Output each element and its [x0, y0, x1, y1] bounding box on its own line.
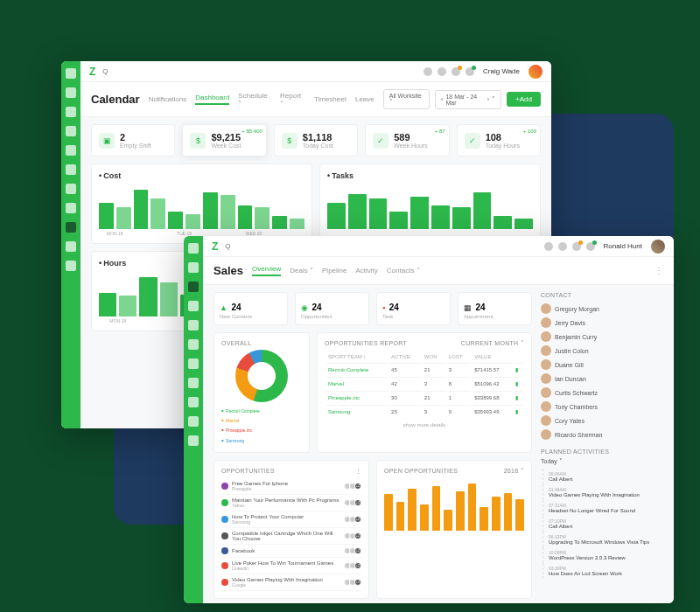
table-row[interactable]: Marvel4238$51096.42▮	[326, 377, 522, 389]
tab-timesheet[interactable]: Timesheet	[314, 95, 346, 103]
more-icon[interactable]: ⋮	[355, 468, 361, 475]
avatar[interactable]	[528, 65, 542, 79]
contact-item[interactable]: Gregory Morgan	[541, 302, 663, 316]
page-title: Sales	[214, 264, 243, 277]
contact-item[interactable]: Cory Yates	[541, 414, 663, 428]
sidebar-nav-icon[interactable]	[188, 320, 199, 330]
activity-item[interactable]: 06:12PMUpgrading To Microsoft Windows Vi…	[542, 532, 663, 547]
table-row[interactable]: Samsung2539$35993.49▮	[326, 405, 522, 417]
sidebar-nav-icon[interactable]	[66, 68, 76, 79]
chevron-left-icon[interactable]: ‹	[441, 96, 443, 102]
contact-item[interactable]: Justin Colon	[541, 344, 663, 358]
search-input[interactable]	[225, 242, 543, 250]
kpi-label: Week Hours	[394, 143, 427, 149]
notification-icon[interactable]	[452, 67, 460, 76]
kpi-value: 24	[475, 303, 485, 312]
help-icon[interactable]	[424, 67, 432, 76]
table-row[interactable]: Pineapple.inc30211$33899.68▮	[326, 391, 522, 403]
kpi-new-contacts: ▲ 24New Contacts	[214, 292, 288, 325]
gear-icon[interactable]	[66, 261, 76, 271]
contact-item[interactable]: Curtis Schwartz	[541, 386, 663, 400]
tab-report[interactable]: Report ˅	[280, 92, 305, 108]
avatar	[541, 401, 551, 412]
year-dropdown[interactable]: 2018 ˅	[504, 468, 524, 475]
gear-icon[interactable]	[188, 435, 199, 446]
avatar[interactable]	[651, 240, 665, 254]
list-item[interactable]: How To Protect Your ComputerSamsung+2	[221, 511, 361, 528]
sidebar-nav-icon[interactable]	[188, 378, 199, 388]
more-icon[interactable]: ⋮	[654, 266, 663, 275]
sidebar-nav-icon[interactable]	[188, 397, 199, 407]
list-item[interactable]: Free Games For IphonePineapple+2	[221, 478, 361, 495]
section-title: OVERALL	[221, 340, 302, 346]
mail-icon[interactable]	[438, 67, 446, 76]
kpi-appointment: ▦ 24Appointment	[458, 292, 532, 325]
section-title: OPPORTUNITIES REPORTCurrent Month ˅	[325, 340, 524, 347]
sales-rightcol: CONTACT Gregory MorganJerry DavisBenjami…	[541, 292, 663, 599]
tab-activity[interactable]: Activity	[355, 267, 377, 275]
add-button[interactable]: +Add	[507, 92, 541, 107]
activity-item[interactable]: 07:10PMCall Albert	[542, 516, 663, 532]
table-row[interactable]: Recruit Complete45213$71415.57▮	[326, 363, 522, 375]
today-dropdown[interactable]: Today ˅	[541, 458, 663, 465]
contact-item[interactable]: Jerry Davis	[541, 316, 663, 330]
sidebar-nav-icon[interactable]	[66, 87, 76, 98]
camera-icon: ▣	[99, 133, 115, 149]
list-item[interactable]: Maintain Your Performance With Pc Progra…	[221, 495, 361, 511]
contact-item[interactable]: Benjamin Curry	[541, 330, 663, 344]
activity-item[interactable]: 06:06AMCall Albert	[542, 469, 663, 484]
mail-icon[interactable]	[558, 242, 567, 251]
tab-dashboard[interactable]: Dashboard	[195, 94, 229, 105]
sidebar-nav-icon[interactable]	[188, 339, 199, 350]
activity-item[interactable]: 07:31AMHeadset No Longer Wired For Sound	[542, 500, 663, 516]
sidebar-nav-icon[interactable]	[188, 301, 199, 311]
activity-item[interactable]: 01:46AMVideo Games Playing With Imaginat…	[542, 484, 663, 500]
sidebar-nav-active-icon[interactable]	[66, 222, 76, 233]
tab-deals[interactable]: Deals ˅	[290, 267, 313, 275]
chevron-right-icon[interactable]: ›	[487, 96, 489, 102]
contact-item[interactable]: Duane Gill	[541, 358, 663, 372]
tab-leave[interactable]: Leave	[355, 95, 374, 103]
kpi-label: Today Hours	[486, 143, 520, 149]
sidebar-nav-icon[interactable]	[188, 358, 199, 369]
chat-icon[interactable]	[466, 67, 474, 76]
sidebar-nav-icon[interactable]	[188, 416, 199, 427]
list-item[interactable]: Live Poker How To Win Tournament GamesLi…	[221, 558, 361, 574]
activity-item[interactable]: 10:09PMWordPress Version 2.0.3 Review	[542, 547, 663, 563]
contact-item[interactable]: Tony Chambers	[541, 400, 663, 414]
dollar-icon: $	[190, 133, 206, 149]
sidebar-nav-icon[interactable]	[66, 145, 76, 156]
help-icon[interactable]	[544, 242, 553, 251]
tab-notifications[interactable]: Notifications	[149, 95, 187, 103]
contact-item[interactable]: Ian Duncan	[541, 372, 663, 386]
sidebar-nav-icon[interactable]	[66, 164, 76, 175]
tab-schedule[interactable]: Schedule ˅	[238, 92, 271, 108]
worksite-dropdown[interactable]: All Worksite ˅	[383, 89, 430, 109]
month-dropdown[interactable]: Current Month ˅	[461, 340, 524, 347]
search-input[interactable]	[102, 67, 424, 75]
sidebar-nav-icon[interactable]	[66, 203, 76, 213]
chevron-down-icon[interactable]: ˅	[492, 96, 495, 103]
sidebar-nav-icon[interactable]	[188, 243, 199, 254]
chat-icon[interactable]	[586, 242, 595, 251]
contact-item[interactable]: Ricardo Sherman	[541, 428, 663, 442]
sidebar-nav-active-icon[interactable]	[188, 282, 199, 292]
notification-icon[interactable]	[572, 242, 581, 251]
cost-chart	[99, 185, 304, 229]
sidebar-nav-icon[interactable]	[66, 107, 76, 117]
show-more-link[interactable]: show more details	[325, 419, 524, 428]
sidebar-nav-icon[interactable]	[188, 262, 199, 273]
sales-main: ▲ 24New Contacts ◉ 24Opportunities ▪ 24T…	[214, 292, 532, 599]
activity-item[interactable]: 03:30PMHow Does An Lcd Screen Work	[542, 563, 663, 579]
list-item[interactable]: Compatible Inkjet Cartridge Which One Wi…	[221, 528, 361, 545]
tab-contacts[interactable]: Contacts ˅	[387, 267, 420, 275]
sidebar-nav-icon[interactable]	[66, 126, 76, 136]
tab-pipeline[interactable]: Pipeline	[322, 267, 346, 275]
sidebar-nav-icon[interactable]	[66, 184, 76, 194]
kpi-label: New Contacts	[220, 314, 282, 319]
list-item[interactable]: Video Games Playing With ImaginationGoog…	[221, 574, 361, 591]
date-range-picker[interactable]: ‹18 Mar - 24 Mar›˅	[435, 90, 501, 109]
list-item[interactable]: Facebook+2	[221, 545, 361, 558]
sidebar-nav-icon[interactable]	[66, 241, 76, 252]
tab-overview[interactable]: Overview	[252, 265, 281, 276]
